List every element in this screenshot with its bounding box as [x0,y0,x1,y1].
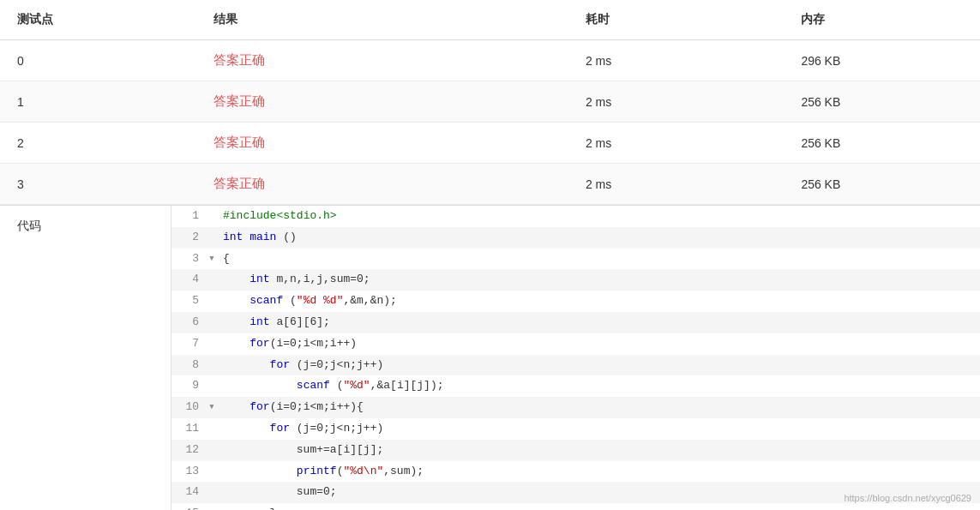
memory-value: 296 KB [784,40,980,81]
memory-value: 256 KB [784,81,980,123]
code-line: 12 sum+=a[i][j]; [171,440,980,461]
line-number: 2 [171,227,206,249]
line-arrow [206,291,218,312]
line-arrow [206,482,218,503]
header-testpoint: 测试点 [0,0,196,40]
code-line: 8 for (j=0;j<n;j++) [171,355,980,376]
line-number: 12 [171,440,206,461]
line-number: 5 [171,291,206,312]
line-number: 7 [171,333,206,355]
line-number: 9 [171,375,206,397]
header-result: 结果 [196,0,568,40]
line-arrow [206,227,218,249]
code-line: 13 printf("%d\n",sum); [171,461,980,483]
time-value: 2 ms [568,123,784,164]
result-value: 答案正确 [196,40,568,81]
table-row: 1答案正确2 ms256 KB [0,81,980,123]
code-line: 4 int m,n,i,j,sum=0; [171,269,980,291]
line-content: scanf ("%d",&a[i][j]); [218,375,980,397]
line-content: for(i=0;i<m;i++){ [218,397,980,418]
line-content: int main () [218,227,980,249]
time-value: 2 ms [568,81,784,123]
table-row: 0答案正确2 ms296 KB [0,40,980,81]
line-content: int a[6][6]; [218,312,980,333]
line-arrow [206,333,218,355]
memory-value: 256 KB [784,123,980,164]
code-line: 7 for(i=0;i<m;i++) [171,333,980,355]
line-arrow: ▾ [206,249,218,270]
code-line: 9 scanf ("%d",&a[i][j]); [171,375,980,397]
line-number: 15 [171,503,206,510]
code-line: 1#include<stdio.h> [171,206,980,227]
line-number: 8 [171,355,206,376]
code-line: 3▾{ [171,249,980,270]
code-line: 10▾ for(i=0;i<m;i++){ [171,397,980,418]
line-arrow [206,269,218,291]
line-number: 1 [171,206,206,227]
testpoint-id: 1 [0,81,196,123]
line-arrow [206,503,218,510]
table-row: 2答案正确2 ms256 KB [0,123,980,164]
line-content: } [218,503,980,510]
line-content: { [218,249,980,270]
testpoint-id: 2 [0,123,196,164]
memory-value: 256 KB [784,164,980,205]
line-arrow [206,440,218,461]
line-content: sum+=a[i][j]; [218,440,980,461]
time-value: 2 ms [568,164,784,205]
code-line: 11 for (j=0;j<n;j++) [171,418,980,440]
testpoint-id: 0 [0,40,196,81]
line-arrow [206,312,218,333]
line-arrow: ▾ [206,397,218,418]
line-number: 6 [171,312,206,333]
header-memory: 内存 [784,0,980,40]
result-value: 答案正确 [196,81,568,123]
line-arrow [206,418,218,440]
code-block: 1#include<stdio.h>2int main ()3▾{4 int m… [171,206,980,510]
code-section: 代码 1#include<stdio.h>2int main ()3▾{4 in… [0,205,980,510]
line-content: for(i=0;i<m;i++) [218,333,980,355]
line-content: for (j=0;j<n;j++) [218,418,980,440]
line-content: scanf ("%d %d",&m,&n); [218,291,980,312]
result-value: 答案正确 [196,164,568,205]
line-number: 3 [171,249,206,270]
results-table: 测试点 结果 耗时 内存 0答案正确2 ms296 KB1答案正确2 ms256… [0,0,980,205]
header-time: 耗时 [568,0,784,40]
line-arrow [206,355,218,376]
line-number: 4 [171,269,206,291]
watermark: https://blog.csdn.net/xycg0629 [844,493,971,503]
line-number: 14 [171,482,206,503]
code-line: 2int main () [171,227,980,249]
line-content: int m,n,i,j,sum=0; [218,269,980,291]
line-arrow [206,206,218,227]
testpoint-id: 3 [0,164,196,205]
line-content: #include<stdio.h> [218,206,980,227]
line-content: for (j=0;j<n;j++) [218,355,980,376]
time-value: 2 ms [568,40,784,81]
code-line: 15 } [171,503,980,510]
code-line: 6 int a[6][6]; [171,312,980,333]
code-line: 5 scanf ("%d %d",&m,&n); [171,291,980,312]
table-row: 3答案正确2 ms256 KB [0,164,980,205]
code-label: 代码 [0,206,171,510]
line-number: 13 [171,461,206,483]
line-arrow [206,461,218,483]
line-arrow [206,375,218,397]
line-number: 10 [171,397,206,418]
line-content: printf("%d\n",sum); [218,461,980,483]
code-container[interactable]: 1#include<stdio.h>2int main ()3▾{4 int m… [171,206,980,510]
line-number: 11 [171,418,206,440]
result-value: 答案正确 [196,123,568,164]
